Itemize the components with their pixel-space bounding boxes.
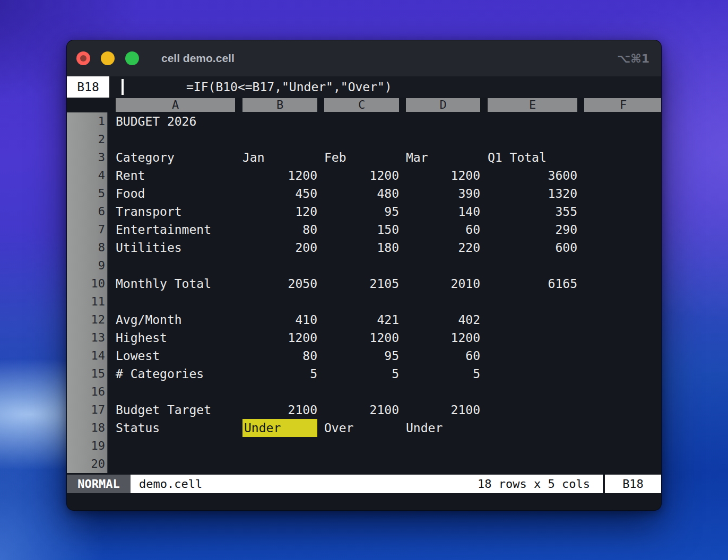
cell-E5[interactable]: 1320 — [488, 185, 577, 203]
cell-A12[interactable]: Avg/Month — [116, 311, 235, 329]
cell-E6[interactable]: 355 — [488, 203, 577, 221]
title-bar[interactable]: cell demo.cell ⌥⌘1 — [67, 40, 661, 76]
status-dimensions: 18 rows x 5 cols — [478, 475, 590, 493]
column-header-E[interactable]: E — [488, 98, 577, 112]
cell-B4[interactable]: 1200 — [242, 167, 317, 185]
cell-C10[interactable]: 2105 — [324, 275, 399, 293]
cell-D4[interactable]: 1200 — [406, 167, 480, 185]
cell-A14[interactable]: Lowest — [116, 347, 235, 365]
row-number-20[interactable]: 20 — [67, 455, 105, 473]
cell-D6[interactable]: 140 — [406, 203, 480, 221]
cell-C5[interactable]: 480 — [324, 185, 399, 203]
cell-D15[interactable]: 5 — [406, 365, 480, 383]
row-number-16[interactable]: 16 — [67, 383, 105, 401]
row-number-11[interactable]: 11 — [67, 293, 105, 311]
cell-B10[interactable]: 2050 — [242, 275, 317, 293]
cell-C6[interactable]: 95 — [324, 203, 399, 221]
row-number-7[interactable]: 7 — [67, 221, 105, 239]
cell-A4[interactable]: Rent — [116, 167, 235, 185]
row-number-15[interactable]: 15 — [67, 365, 105, 383]
cell-D7[interactable]: 60 — [406, 221, 480, 239]
row-number-10[interactable]: 10 — [67, 275, 105, 293]
row-number-19[interactable]: 19 — [67, 437, 105, 455]
row-number-12[interactable]: 12 — [67, 311, 105, 329]
status-active-cell: B18 — [605, 475, 661, 493]
cell-D13[interactable]: 1200 — [406, 329, 480, 347]
cell-B17[interactable]: 2100 — [242, 401, 317, 419]
row-number-3[interactable]: 3 — [67, 148, 105, 167]
cell-C18[interactable]: Over — [324, 419, 399, 437]
cell-B7[interactable]: 80 — [242, 221, 317, 239]
cell-A15[interactable]: # Categories — [116, 365, 235, 383]
grid-row-5: 5Food4504803901320 — [67, 185, 661, 203]
cell-D12[interactable]: 402 — [406, 311, 480, 329]
row-number-13[interactable]: 13 — [67, 329, 105, 347]
cell-D5[interactable]: 390 — [406, 185, 480, 203]
window-shortcut-badge: ⌥⌘1 — [617, 52, 649, 65]
cell-A1[interactable]: BUDGET 2026 — [116, 112, 235, 130]
cell-C7[interactable]: 150 — [324, 221, 399, 239]
cell-E4[interactable]: 3600 — [488, 167, 577, 185]
cell-A3[interactable]: Category — [116, 148, 235, 167]
cell-D14[interactable]: 60 — [406, 347, 480, 365]
cell-E3[interactable]: Q1 Total — [488, 148, 577, 167]
formula-input[interactable]: =IF(B10<=B17,"Under","Over") — [186, 80, 392, 94]
cell-C14[interactable]: 95 — [324, 347, 399, 365]
row-number-4[interactable]: 4 — [67, 167, 105, 185]
cell-B5[interactable]: 450 — [242, 185, 317, 203]
row-number-8[interactable]: 8 — [67, 239, 105, 257]
row-number-2[interactable]: 2 — [67, 130, 105, 148]
cell-B15[interactable]: 5 — [242, 365, 317, 383]
column-header-D[interactable]: D — [406, 98, 480, 112]
cell-B12[interactable]: 410 — [242, 311, 317, 329]
cell-B13[interactable]: 1200 — [242, 329, 317, 347]
row-number-1[interactable]: 1 — [67, 112, 105, 130]
cell-A17[interactable]: Budget Target — [116, 401, 235, 419]
cell-A8[interactable]: Utilities — [116, 239, 235, 257]
cell-D18[interactable]: Under — [406, 419, 480, 437]
row-number-18[interactable]: 18 — [67, 419, 105, 437]
cell-B8[interactable]: 200 — [242, 239, 317, 257]
cell-A10[interactable]: Monthly Total — [116, 275, 235, 293]
cell-E8[interactable]: 600 — [488, 239, 577, 257]
zoom-button-icon[interactable] — [125, 51, 139, 65]
cell-C17[interactable]: 2100 — [324, 401, 399, 419]
cell-reference-box[interactable]: B18 — [67, 76, 109, 98]
column-header-F[interactable]: F — [584, 98, 662, 112]
column-header-B[interactable]: B — [242, 98, 317, 112]
cell-C13[interactable]: 1200 — [324, 329, 399, 347]
row-number-14[interactable]: 14 — [67, 347, 105, 365]
grid-row-4: 4Rent1200120012003600 — [67, 167, 661, 185]
row-number-5[interactable]: 5 — [67, 185, 105, 203]
row-number-9[interactable]: 9 — [67, 257, 105, 275]
cell-E10[interactable]: 6165 — [488, 275, 577, 293]
column-header-A[interactable]: A — [116, 98, 235, 112]
cell-C3[interactable]: Feb — [324, 148, 399, 167]
cell-A5[interactable]: Food — [116, 185, 235, 203]
grid-row-6: 6Transport12095140355 — [67, 203, 661, 221]
spreadsheet-grid[interactable]: 1BUDGET 202623CategoryJanFebMarQ1 Total4… — [67, 112, 661, 475]
cell-C15[interactable]: 5 — [324, 365, 399, 383]
cell-C4[interactable]: 1200 — [324, 167, 399, 185]
cell-D17[interactable]: 2100 — [406, 401, 480, 419]
cell-D8[interactable]: 220 — [406, 239, 480, 257]
cell-A6[interactable]: Transport — [116, 203, 235, 221]
cell-A13[interactable]: Highest — [116, 329, 235, 347]
row-number-6[interactable]: 6 — [67, 203, 105, 221]
cell-B18-selected[interactable]: Under — [242, 419, 317, 437]
minimize-button-icon[interactable] — [101, 51, 115, 65]
close-button-icon[interactable] — [76, 51, 90, 65]
cell-B14[interactable]: 80 — [242, 347, 317, 365]
cell-A7[interactable]: Entertainment — [116, 221, 235, 239]
cell-D10[interactable]: 2010 — [406, 275, 480, 293]
cell-C8[interactable]: 180 — [324, 239, 399, 257]
cell-B6[interactable]: 120 — [242, 203, 317, 221]
cell-A18[interactable]: Status — [116, 419, 235, 437]
cell-C12[interactable]: 421 — [324, 311, 399, 329]
column-header-C[interactable]: C — [324, 98, 399, 112]
status-filename: demo.cell — [139, 475, 202, 493]
row-number-17[interactable]: 17 — [67, 401, 105, 419]
cell-D3[interactable]: Mar — [406, 148, 480, 167]
cell-B3[interactable]: Jan — [242, 148, 317, 167]
cell-E7[interactable]: 290 — [488, 221, 577, 239]
